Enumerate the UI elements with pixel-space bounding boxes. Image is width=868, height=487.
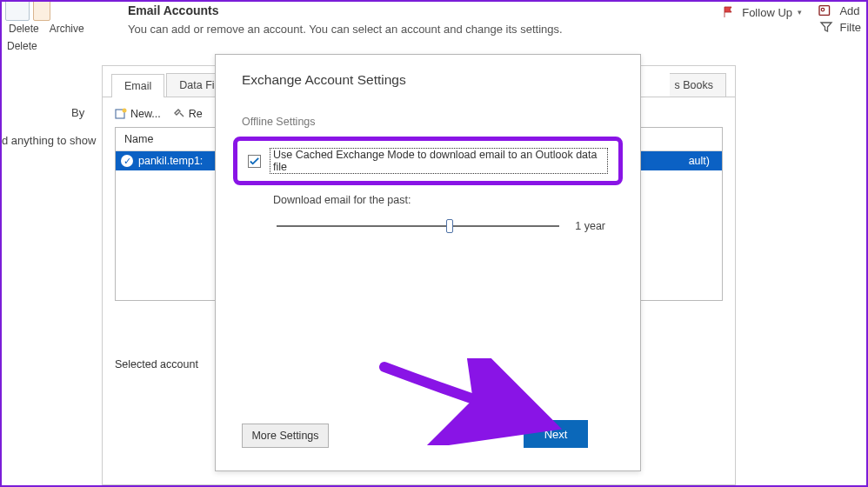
more-settings-button[interactable]: More Settings xyxy=(242,424,329,448)
ribbon-group-delete: Delete xyxy=(7,40,37,52)
download-past-label: Download email for the past: xyxy=(216,185,640,206)
repair-icon xyxy=(173,108,185,120)
add-label: Add xyxy=(839,4,859,17)
flag-icon xyxy=(721,5,737,19)
slider-thumb[interactable] xyxy=(446,219,453,233)
add-contact-icon xyxy=(818,3,834,17)
filter-label: Filte xyxy=(839,21,861,34)
cached-mode-label: Use Cached Exchange Mode to download ema… xyxy=(270,148,608,174)
offline-settings-label: Offline Settings xyxy=(216,95,640,133)
tab-address-books[interactable]: s Books xyxy=(670,73,726,97)
funnel-icon xyxy=(818,20,834,34)
account-row-name: pankil.temp1: xyxy=(138,155,203,167)
follow-up-label: Follow Up xyxy=(742,6,792,19)
email-accounts-header: Email Accounts You can add or remove an … xyxy=(128,3,563,36)
ribbon-left-buttons xyxy=(5,0,50,21)
delete-button[interactable] xyxy=(5,0,30,21)
archive-button[interactable] xyxy=(33,0,50,21)
nothing-to-show-label: d anything to show xyxy=(2,134,96,147)
filter-button[interactable]: Filte xyxy=(818,20,861,34)
selected-account-label: Selected account xyxy=(115,358,198,370)
cached-mode-highlight: Use Cached Exchange Mode to download ema… xyxy=(233,137,623,185)
email-accounts-subtitle: You can add or remove an account. You ca… xyxy=(128,23,563,36)
slider-track xyxy=(277,225,559,227)
ribbon-left-labels: Delete Archive xyxy=(5,23,84,35)
archive-icon xyxy=(33,0,50,21)
exchange-settings-dialog: Exchange Account Settings Offline Settin… xyxy=(215,54,641,471)
download-past-value: 1 year xyxy=(575,220,605,232)
repair-account-button[interactable]: Re xyxy=(173,108,203,120)
exchange-title: Exchange Account Settings xyxy=(216,55,640,95)
svg-point-3 xyxy=(123,109,127,113)
add-button[interactable]: Add xyxy=(818,3,861,17)
new-account-button[interactable]: New... xyxy=(115,108,161,120)
tab-email[interactable]: Email xyxy=(111,74,164,97)
checkmark-icon xyxy=(249,156,260,167)
archive-label: Archive xyxy=(50,23,84,35)
ribbon-right: Add Follow Up ▾ Filte xyxy=(818,3,861,34)
download-past-slider[interactable] xyxy=(277,225,559,227)
follow-up-menu[interactable]: Follow Up ▾ xyxy=(721,5,802,19)
cached-mode-checkbox[interactable] xyxy=(248,155,261,168)
check-circle-icon: ✓ xyxy=(121,155,133,167)
delete-label: Delete xyxy=(9,23,39,35)
account-row-suffix: ault) xyxy=(689,155,717,167)
chevron-down-icon: ▾ xyxy=(798,8,802,17)
new-icon xyxy=(115,108,127,120)
new-label: New... xyxy=(130,108,161,120)
next-button[interactable]: Next xyxy=(524,420,588,448)
by-label: By xyxy=(71,106,84,119)
app-window: Delete Archive Delete Add Follow Up ▾ Fi… xyxy=(0,0,868,487)
email-accounts-title: Email Accounts xyxy=(128,3,563,17)
download-past-slider-row: 1 year xyxy=(277,220,605,232)
repair-label: Re xyxy=(189,108,203,120)
delete-icon xyxy=(5,0,30,21)
svg-point-1 xyxy=(822,8,825,11)
